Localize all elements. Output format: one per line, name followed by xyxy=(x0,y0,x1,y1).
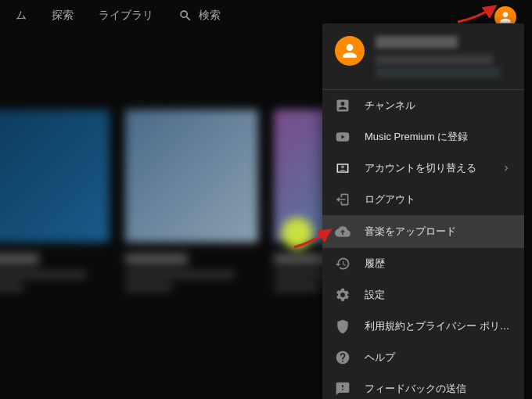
menu-item-history[interactable]: 履歴 xyxy=(322,248,524,279)
menu-item-label: フィードバックの送信 xyxy=(365,382,512,396)
menu-item-youtube[interactable]: Music Premium に登録 xyxy=(322,121,524,153)
person-icon xyxy=(498,9,513,25)
album-card[interactable] xyxy=(125,110,258,291)
cloud-upload-icon xyxy=(335,224,350,239)
menu-item-feedback[interactable]: フィードバックの送信 xyxy=(322,373,524,399)
history-icon xyxy=(335,256,350,271)
menu-item-label: ヘルプ xyxy=(365,350,512,365)
nav-explore[interactable]: 探索 xyxy=(52,9,74,23)
search-button[interactable]: 検索 xyxy=(178,9,221,23)
menu-item-help[interactable]: ヘルプ xyxy=(322,342,524,373)
menu-item-switch-account[interactable]: アカウントを切り替える xyxy=(322,153,524,184)
menu-item-shield[interactable]: 利用規約とプライバシー ポリ… xyxy=(322,311,524,342)
menu-item-label: Music Premium に登録 xyxy=(365,130,512,144)
menu-item-label: 履歴 xyxy=(365,257,512,271)
logout-icon xyxy=(335,192,350,207)
feedback-icon xyxy=(335,381,350,397)
search-label: 検索 xyxy=(199,9,221,23)
user-email-redacted xyxy=(376,55,493,66)
menu-item-account-box[interactable]: チャンネル xyxy=(322,90,524,121)
menu-item-logout[interactable]: ログアウト xyxy=(322,184,524,215)
menu-item-label: 音楽をアップロード xyxy=(365,225,512,239)
menu-item-cloud-upload[interactable]: 音楽をアップロード xyxy=(322,216,524,247)
album-thumbnail xyxy=(125,110,258,243)
dropdown-avatar xyxy=(335,36,365,66)
menu-item-label: アカウントを切り替える xyxy=(365,161,487,175)
menu-item-label: チャンネル xyxy=(365,99,512,113)
help-icon xyxy=(335,350,350,365)
menu-item-label: 設定 xyxy=(365,288,512,302)
switch-account-icon xyxy=(335,160,350,176)
account-box-icon xyxy=(335,98,350,113)
search-icon xyxy=(178,9,192,23)
person-icon xyxy=(340,41,360,61)
album-thumbnail xyxy=(0,110,110,243)
user-email-redacted xyxy=(376,67,501,78)
user-name-redacted xyxy=(376,36,458,49)
chevron-right-icon xyxy=(501,163,512,174)
menu-item-label: ログアウト xyxy=(365,192,512,207)
album-card[interactable] xyxy=(0,110,110,291)
youtube-icon xyxy=(335,129,350,145)
nav-library[interactable]: ライブラリ xyxy=(99,9,153,23)
menu-item-settings[interactable]: 設定 xyxy=(322,279,524,311)
nav-home-fragment[interactable]: ム xyxy=(16,9,27,23)
settings-icon xyxy=(335,287,350,303)
shield-icon xyxy=(335,318,350,334)
menu-item-label: 利用規約とプライバシー ポリ… xyxy=(365,319,512,333)
dropdown-header xyxy=(322,23,524,89)
account-dropdown: チャンネルMusic Premium に登録アカウントを切り替えるログアウト音楽… xyxy=(322,23,524,399)
